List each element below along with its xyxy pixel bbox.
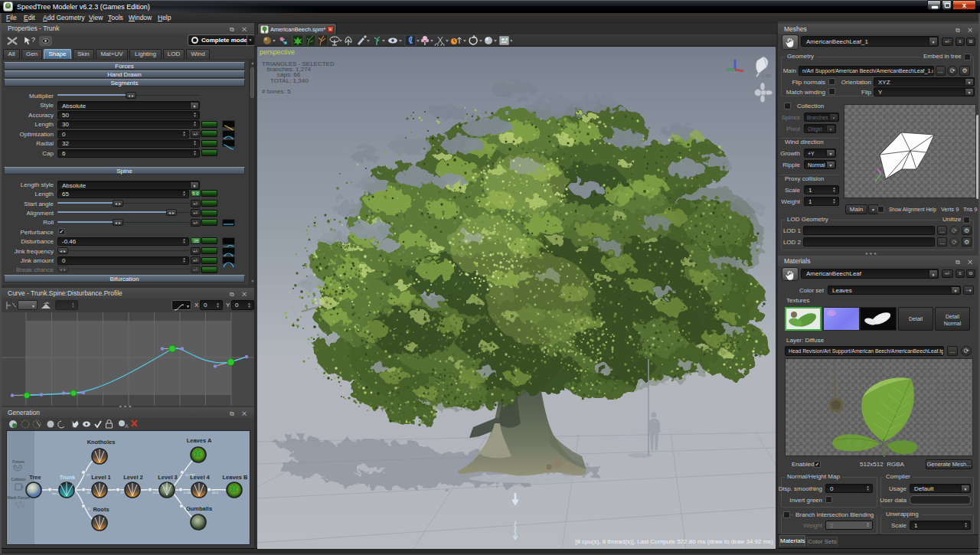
svg-text:Roots: Roots xyxy=(93,506,109,513)
svg-text:-0.366: -0.366 xyxy=(183,491,192,495)
svg-text:Level 4: Level 4 xyxy=(190,474,210,481)
svg-text:Gumballs: Gumballs xyxy=(186,505,212,512)
svg-text:.28: .28 xyxy=(86,491,90,495)
svg-text:.77: .77 xyxy=(86,473,90,477)
svg-text:Tree: Tree xyxy=(29,474,41,481)
svg-text:Level 3: Level 3 xyxy=(158,474,177,481)
svg-text:Collision: Collision xyxy=(11,477,26,482)
svg-text:Mesh Forces: Mesh Forces xyxy=(8,495,30,500)
svg-text:Leaves B: Leaves B xyxy=(223,474,249,481)
svg-text:Forces: Forces xyxy=(12,459,24,464)
svg-text:Leaves A: Leaves A xyxy=(187,437,212,444)
svg-text:Level 2: Level 2 xyxy=(123,474,142,481)
svg-text:.4: .4 xyxy=(87,507,90,511)
svg-text:Knotholes: Knotholes xyxy=(87,439,116,446)
svg-text:-40.2: -40.2 xyxy=(211,491,219,495)
svg-text:1.08: 1.08 xyxy=(762,73,771,78)
svg-text:A: A xyxy=(125,423,129,429)
svg-text:Trunk: Trunk xyxy=(60,474,76,481)
svg-text:?: ? xyxy=(31,36,35,44)
svg-text:Level 1: Level 1 xyxy=(91,474,110,481)
